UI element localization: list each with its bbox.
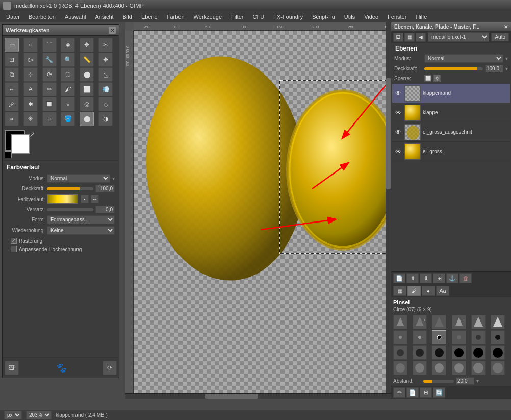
tool-ink[interactable]: 🖊 xyxy=(5,97,19,111)
hochrechnung-checkbox[interactable] xyxy=(11,246,17,252)
tool-clone[interactable]: ✱ xyxy=(23,97,38,111)
document-selector[interactable]: medaillon.xcf-1 xyxy=(428,32,489,42)
abstand-input[interactable] xyxy=(456,377,474,385)
tool-perspective[interactable]: ◺ xyxy=(98,67,113,82)
v-scrollbar[interactable] xyxy=(386,22,391,393)
brush-misc2[interactable] xyxy=(413,361,427,375)
tool-dodge[interactable]: ◑ xyxy=(98,112,113,126)
brush-new-btn[interactable]: 📄 xyxy=(406,387,419,398)
raise-layer-btn[interactable]: ⬆ xyxy=(406,273,419,283)
modus-select-arrow[interactable]: ▾ xyxy=(505,56,508,61)
deckkraft-input-right[interactable] xyxy=(485,65,503,72)
brush-tab-brush[interactable]: 🖌 xyxy=(407,286,421,296)
v-scrollbar-thumb[interactable] xyxy=(386,78,391,189)
layer-item-ei-ausgeschnit[interactable]: 👁 ei_gross_ausgeschnit xyxy=(392,122,510,142)
brush-tree5[interactable] xyxy=(471,315,486,329)
menu-ansicht[interactable]: Ansicht xyxy=(91,13,117,21)
tool-fuzzy-select[interactable]: ◈ xyxy=(61,38,75,52)
brush-bigdot5[interactable] xyxy=(471,345,486,360)
brush-dot1[interactable] xyxy=(393,330,407,344)
brush-dot3-active[interactable] xyxy=(432,330,446,344)
lock-pixel-btn[interactable]: ⬜ xyxy=(424,75,431,82)
layer-item-klappe[interactable]: 👁 klappe xyxy=(392,103,510,122)
panel-icon-layers[interactable]: 🖼 xyxy=(393,33,403,42)
anchor-layer-btn[interactable]: ⚓ xyxy=(446,273,458,283)
rasterung-checkbox[interactable]: ✓ xyxy=(11,238,17,244)
menu-fx[interactable]: FX-Foundry xyxy=(269,13,307,21)
layer-vis-ei-gross[interactable]: 👁 xyxy=(394,147,402,156)
tool-flip[interactable]: ↔ xyxy=(5,82,19,96)
tool-rect-select[interactable]: ▭ xyxy=(5,38,19,52)
h-scrollbar[interactable] xyxy=(125,393,391,399)
tool-color-picker[interactable]: 🔧 xyxy=(42,53,57,67)
brush-tree4[interactable]: + xyxy=(452,315,466,329)
layers-modus-select[interactable]: Normal xyxy=(424,54,503,63)
tool-rotate[interactable]: ⟳ xyxy=(42,67,57,82)
brush-tree3[interactable] xyxy=(432,315,446,329)
deckkraft-input[interactable] xyxy=(95,185,115,192)
brush-refresh-btn[interactable]: 🔄 xyxy=(433,387,445,398)
deckkraft-slider-right[interactable] xyxy=(424,67,483,70)
brush-misc6[interactable] xyxy=(491,361,505,375)
modus-select[interactable]: Normal xyxy=(47,174,110,183)
tool-iscissors[interactable]: ⌲ xyxy=(23,53,38,67)
menu-bearbeiten[interactable]: Bearbeiten xyxy=(24,13,60,21)
gradient-options-btn[interactable]: ▪ xyxy=(81,195,89,203)
tool-measure[interactable]: 📏 xyxy=(80,53,94,67)
menu-datei[interactable]: Datei xyxy=(2,13,23,21)
abstand-slider[interactable] xyxy=(423,380,454,383)
tool-gradient[interactable]: ⬤ xyxy=(80,112,94,126)
modus-arrow-icon[interactable]: ▾ xyxy=(112,176,115,181)
layer-item-klappenrand[interactable]: 👁 klappenrand xyxy=(392,84,510,103)
layer-vis-klappe[interactable]: 👁 xyxy=(394,109,402,117)
h-scrollbar-thumb[interactable] xyxy=(205,394,258,399)
tool-by-color-select[interactable]: ✥ xyxy=(80,38,94,52)
brush-dot6[interactable] xyxy=(491,330,505,344)
brush-tree6[interactable] xyxy=(491,315,505,329)
unit-select[interactable]: px xyxy=(4,411,22,419)
brush-edit-btn[interactable]: ✏ xyxy=(393,387,405,398)
tool-paintbrush[interactable]: 🖌 xyxy=(61,82,75,96)
brush-duplicate-btn[interactable]: ⊞ xyxy=(420,387,432,398)
brush-bigdot1[interactable] xyxy=(393,345,407,360)
gradient-preview[interactable] xyxy=(47,194,78,204)
toolbox-new-image-btn[interactable]: 🖼 xyxy=(5,361,19,375)
brush-bigdot3[interactable] xyxy=(432,345,446,360)
menu-farben[interactable]: Farben xyxy=(163,13,189,21)
tool-blur[interactable]: ◎ xyxy=(80,97,94,111)
menu-hilfe[interactable]: Hilfe xyxy=(412,13,431,21)
menu-fenster[interactable]: Fenster xyxy=(384,13,411,21)
menu-cfu[interactable]: CFU xyxy=(248,13,268,21)
lock-pos-btn[interactable]: ✥ xyxy=(433,75,441,82)
tool-zoom[interactable]: 🔍 xyxy=(61,53,75,67)
new-layer-btn[interactable]: 📄 xyxy=(393,273,405,283)
lower-layer-btn[interactable]: ⬇ xyxy=(420,273,432,283)
menu-utils[interactable]: Utils xyxy=(340,13,359,21)
tool-sharpen[interactable]: ◇ xyxy=(98,97,113,111)
foreground-color-box[interactable] xyxy=(11,134,30,154)
tool-ellipse-select[interactable]: ○ xyxy=(23,38,38,52)
layer-vis-klappenrand[interactable]: 👁 xyxy=(394,89,402,97)
brush-bigdot6[interactable] xyxy=(491,345,505,360)
zoom-select[interactable]: 203% xyxy=(26,411,52,419)
tool-bucket-fill[interactable]: 🪣 xyxy=(61,112,75,126)
tool-shear[interactable]: ⬤ xyxy=(80,67,94,82)
brush-bigdot4[interactable] xyxy=(452,345,466,360)
menu-filter[interactable]: Filter xyxy=(227,13,247,21)
tool-paths[interactable]: ⊡ xyxy=(5,53,19,67)
layer-item-ei-gross[interactable]: 👁 ei_gross xyxy=(392,142,510,161)
brush-dot4[interactable] xyxy=(452,330,466,344)
menu-auswahl[interactable]: Auswahl xyxy=(61,13,90,21)
deckkraft-slider[interactable] xyxy=(47,187,93,190)
brush-misc4[interactable] xyxy=(452,361,466,375)
tool-scale[interactable]: ⬡ xyxy=(61,67,75,82)
canvas-content[interactable] xyxy=(134,31,391,399)
brush-tab-dot[interactable]: ● xyxy=(422,286,435,296)
layer-vis-ei-ausgeschnit[interactable]: 👁 xyxy=(394,128,402,136)
brush-tree2[interactable]: + xyxy=(413,315,427,329)
versatz-slider[interactable] xyxy=(47,208,93,211)
tool-heal[interactable]: 🔲 xyxy=(42,97,57,111)
toolbox-preferences-btn[interactable]: ⟳ xyxy=(103,361,117,375)
panel-icon-layers2[interactable]: ▦ xyxy=(404,33,415,42)
wiederholung-select[interactable]: Keine xyxy=(47,226,115,235)
